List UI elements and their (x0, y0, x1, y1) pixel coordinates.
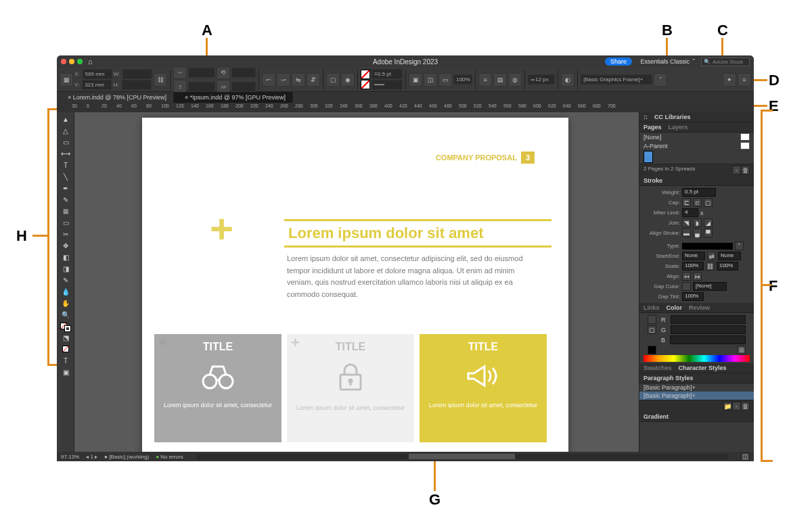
links-tab[interactable]: Links (644, 304, 660, 311)
gaptint-input[interactable]: 100% (682, 292, 704, 301)
page-thumb-1[interactable] (644, 151, 653, 163)
w-field[interactable] (122, 69, 152, 79)
trash-icon[interactable]: 🗑 (741, 402, 750, 411)
opacity-icon[interactable]: ◐ (561, 73, 574, 87)
rectangle-frame-tool[interactable]: ⊠ (58, 206, 73, 216)
master-thumb[interactable] (740, 133, 750, 141)
swatches-tab[interactable]: Swatches (644, 365, 672, 371)
h-field[interactable] (122, 80, 152, 90)
view-state[interactable]: ● [Basic] (working) (104, 454, 149, 460)
gradient-panel-tab[interactable]: Gradient (639, 412, 754, 422)
preflight-status[interactable]: ● No errors (156, 454, 183, 460)
horizontal-scrollbar[interactable] (197, 454, 727, 459)
join-round-icon[interactable]: ◗ (693, 218, 702, 227)
swap-icon[interactable]: ⇄ (707, 252, 716, 260)
wrap-shape-icon[interactable]: ◍ (508, 73, 522, 87)
pages-tab[interactable]: Pages (644, 124, 662, 131)
home-icon[interactable]: ⌂ (88, 57, 93, 66)
doc-tab-2[interactable]: × *Ipsum.indd @ 97% [GPU Preview] (174, 92, 293, 103)
rotate-icon[interactable]: ⟲ (217, 66, 230, 79)
cc-libraries-panel[interactable]: ::CC Libraries (639, 112, 754, 122)
trash-icon[interactable]: 🗑 (741, 166, 750, 174)
review-tab[interactable]: Review (689, 304, 710, 311)
style-dropdown-arrow[interactable]: ˅ (654, 73, 667, 87)
start-dropdown[interactable]: None (682, 252, 705, 260)
close-icon[interactable]: × (185, 94, 188, 101)
para-style-item-selected[interactable]: [Basic Paragraph]+ (639, 392, 754, 400)
scale-x-icon[interactable]: ↔ (173, 66, 187, 79)
new-page-icon[interactable]: ▫ (732, 166, 741, 174)
r-slider[interactable] (671, 315, 746, 324)
scissors-tool[interactable]: ✂ (58, 229, 73, 239)
color-tab[interactable]: Color (667, 304, 683, 311)
fill-swatch[interactable] (648, 315, 656, 324)
stroke-weight-input[interactable]: 0.5 pt (682, 188, 716, 197)
scaley-field[interactable] (188, 82, 215, 92)
fill-frame-icon[interactable]: ◫ (424, 73, 437, 87)
align-center-icon[interactable]: ▬ (682, 229, 691, 237)
a-parent-master[interactable]: A-Parent (644, 143, 668, 149)
document-page[interactable]: COMPANY PROPOSAL3 + Lorem ipsum dolor si… (142, 118, 568, 452)
default-fill-stroke[interactable]: ⬔ (58, 332, 73, 343)
workspace-switcher[interactable]: Essentials Classic˅ (640, 58, 696, 65)
pen-tool[interactable]: ✒ (58, 183, 73, 193)
zoom-dot[interactable] (77, 59, 83, 64)
free-transform-tool[interactable]: ✥ (58, 240, 73, 251)
share-button[interactable]: Share (605, 57, 632, 66)
zoom-tool[interactable]: 🔍 (58, 309, 73, 320)
master-thumb[interactable] (740, 142, 750, 149)
autofit-icon[interactable]: ▣ (409, 73, 422, 87)
object-style-dropdown[interactable]: [Basic Graphics Frame]+ (581, 74, 652, 85)
gap-tool[interactable]: ⟷ (58, 148, 73, 159)
gapcolor-swatch[interactable] (682, 282, 691, 291)
gradient-swatch-tool[interactable]: ◧ (58, 252, 73, 262)
flip-v-icon[interactable]: ⇵ (307, 73, 320, 87)
new-folder-icon[interactable]: 📁 (723, 402, 732, 411)
note-tool[interactable]: ✎ (58, 275, 73, 285)
page-tool[interactable]: ▭ (58, 137, 73, 147)
direct-selection-tool[interactable]: △ (58, 125, 73, 136)
wrap-none-icon[interactable]: ≡ (478, 73, 492, 87)
x-field[interactable]: 589 mm (83, 69, 112, 79)
adobe-stock-search[interactable]: 🔍 Adobe Stock (701, 57, 750, 66)
select-container-icon[interactable]: ▢ (326, 73, 340, 87)
eyedropper-tool[interactable]: 💧 (58, 286, 73, 297)
dropdown-icon[interactable]: ˅ (735, 241, 744, 250)
constrain-icon[interactable]: ⛓ (154, 73, 167, 87)
select-content-icon[interactable]: ◉ (341, 73, 355, 87)
align-in-icon[interactable]: ↤ (682, 272, 691, 281)
join-bevel-icon[interactable]: ◢ (704, 218, 713, 227)
fit-content-icon[interactable]: ▭ (438, 73, 452, 87)
para-style-item[interactable]: [Basic Paragraph]+ (639, 383, 754, 392)
gapcolor-dropdown[interactable]: [None] (693, 282, 727, 291)
fit-pct-field[interactable]: 100% (453, 74, 472, 85)
gradient-feather-tool[interactable]: ◨ (58, 263, 73, 274)
type-tool[interactable]: T (58, 160, 73, 170)
rotate-field[interactable] (231, 68, 256, 78)
fill-stroke-swatch[interactable] (58, 321, 73, 331)
canvas[interactable]: COMPANY PROPOSAL3 + Lorem ipsum dolor si… (74, 112, 639, 452)
join-miter-icon[interactable]: ◥ (682, 218, 691, 227)
scale-y-icon[interactable]: ↕ (173, 80, 187, 93)
minimize-dot[interactable] (69, 59, 74, 64)
stroke-type-field[interactable]: ━━━ (371, 80, 403, 90)
scale2-input[interactable]: 100% (717, 262, 738, 271)
wrap-bbox-icon[interactable]: ▤ (493, 73, 507, 87)
doc-tab-1[interactable]: × Lorem.indd @ 78% [CPU Preview] (57, 92, 174, 103)
hand-tool[interactable]: ✋ (58, 298, 73, 308)
rectangle-tool[interactable]: ▭ (58, 217, 73, 228)
stroke-swatch[interactable] (361, 80, 370, 89)
paragraph-styles-tab[interactable]: Paragraph Styles (639, 373, 754, 383)
g-slider[interactable] (671, 325, 746, 334)
stroke-panel-tab[interactable]: Stroke (639, 176, 754, 186)
rotate-ccw-icon[interactable]: ⤺ (262, 73, 275, 87)
b-slider[interactable] (670, 335, 746, 344)
structure-icon[interactable]: ◫ (741, 452, 750, 461)
pencil-tool[interactable]: ✎ (58, 194, 73, 205)
ref-point[interactable]: ▦ (60, 73, 73, 87)
line-tool[interactable]: ╲ (58, 171, 73, 182)
layers-tab[interactable]: Layers (669, 124, 688, 131)
panel-menu-icon[interactable]: ≡ (738, 73, 751, 87)
apply-color-box[interactable] (58, 344, 73, 354)
align-inside-icon[interactable]: ▄ (693, 229, 702, 237)
